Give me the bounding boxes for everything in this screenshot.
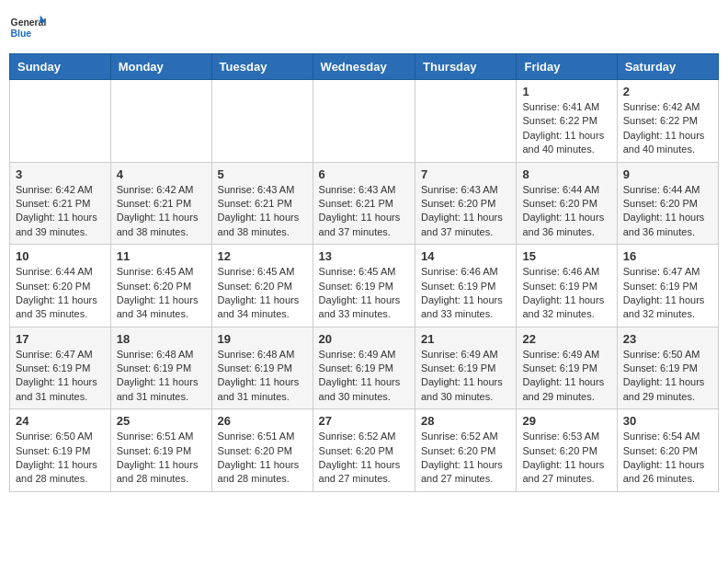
calendar-cell xyxy=(313,80,415,163)
calendar-cell: 21Sunrise: 6:49 AM Sunset: 6:19 PM Dayli… xyxy=(415,327,517,409)
calendar-cell: 23Sunrise: 6:50 AM Sunset: 6:19 PM Dayli… xyxy=(617,327,718,409)
calendar-cell: 4Sunrise: 6:42 AM Sunset: 6:21 PM Daylig… xyxy=(110,162,211,245)
calendar-cell: 6Sunrise: 6:43 AM Sunset: 6:21 PM Daylig… xyxy=(313,162,415,245)
day-number: 19 xyxy=(218,332,307,346)
calendar-cell: 24Sunrise: 6:50 AM Sunset: 6:19 PM Dayli… xyxy=(10,409,111,492)
calendar-cell: 3Sunrise: 6:42 AM Sunset: 6:21 PM Daylig… xyxy=(10,162,111,245)
day-info: Sunrise: 6:53 AM Sunset: 6:20 PM Dayligh… xyxy=(522,430,610,487)
day-number: 1 xyxy=(522,85,610,98)
calendar-cell xyxy=(10,80,111,163)
calendar-cell: 14Sunrise: 6:46 AM Sunset: 6:19 PM Dayli… xyxy=(415,245,517,327)
day-info: Sunrise: 6:52 AM Sunset: 6:20 PM Dayligh… xyxy=(421,430,510,487)
header: General Blue xyxy=(9,9,719,46)
day-number: 20 xyxy=(319,332,409,346)
day-info: Sunrise: 6:45 AM Sunset: 6:19 PM Dayligh… xyxy=(319,265,409,322)
calendar-cell: 5Sunrise: 6:43 AM Sunset: 6:21 PM Daylig… xyxy=(211,162,313,245)
weekday-header-monday: Monday xyxy=(110,54,211,80)
day-number: 12 xyxy=(218,249,307,263)
day-info: Sunrise: 6:48 AM Sunset: 6:19 PM Dayligh… xyxy=(117,348,206,405)
day-number: 27 xyxy=(319,414,409,428)
weekday-header-thursday: Thursday xyxy=(415,54,517,80)
day-number: 28 xyxy=(421,414,510,428)
calendar-cell: 11Sunrise: 6:45 AM Sunset: 6:20 PM Dayli… xyxy=(110,245,211,327)
svg-text:Blue: Blue xyxy=(11,29,32,39)
day-info: Sunrise: 6:42 AM Sunset: 6:21 PM Dayligh… xyxy=(16,183,105,240)
day-number: 5 xyxy=(218,167,307,181)
calendar-cell: 17Sunrise: 6:47 AM Sunset: 6:19 PM Dayli… xyxy=(10,327,111,409)
day-info: Sunrise: 6:44 AM Sunset: 6:20 PM Dayligh… xyxy=(623,183,712,240)
day-info: Sunrise: 6:48 AM Sunset: 6:19 PM Dayligh… xyxy=(218,348,307,405)
weekday-header-saturday: Saturday xyxy=(617,54,718,80)
day-info: Sunrise: 6:51 AM Sunset: 6:20 PM Dayligh… xyxy=(218,430,307,487)
calendar-cell: 30Sunrise: 6:54 AM Sunset: 6:20 PM Dayli… xyxy=(617,409,718,492)
day-number: 8 xyxy=(522,167,610,181)
day-number: 2 xyxy=(623,85,712,98)
day-info: Sunrise: 6:47 AM Sunset: 6:19 PM Dayligh… xyxy=(623,265,712,322)
day-number: 6 xyxy=(319,167,409,181)
calendar-cell: 28Sunrise: 6:52 AM Sunset: 6:20 PM Dayli… xyxy=(415,409,517,492)
calendar-cell: 15Sunrise: 6:46 AM Sunset: 6:19 PM Dayli… xyxy=(517,245,617,327)
weekday-header-sunday: Sunday xyxy=(10,54,111,80)
calendar-cell: 22Sunrise: 6:49 AM Sunset: 6:19 PM Dayli… xyxy=(517,327,617,409)
day-number: 25 xyxy=(117,414,206,428)
weekday-header-friday: Friday xyxy=(517,54,617,80)
week-row-4: 24Sunrise: 6:50 AM Sunset: 6:19 PM Dayli… xyxy=(10,409,719,492)
calendar-cell: 7Sunrise: 6:43 AM Sunset: 6:20 PM Daylig… xyxy=(415,162,517,245)
day-info: Sunrise: 6:45 AM Sunset: 6:20 PM Dayligh… xyxy=(218,265,307,322)
calendar-cell: 27Sunrise: 6:52 AM Sunset: 6:20 PM Dayli… xyxy=(313,409,415,492)
calendar-cell: 13Sunrise: 6:45 AM Sunset: 6:19 PM Dayli… xyxy=(313,245,415,327)
day-info: Sunrise: 6:46 AM Sunset: 6:19 PM Dayligh… xyxy=(421,265,510,322)
day-number: 11 xyxy=(117,249,206,263)
day-number: 24 xyxy=(16,414,105,428)
calendar-cell xyxy=(415,80,517,163)
calendar-cell: 9Sunrise: 6:44 AM Sunset: 6:20 PM Daylig… xyxy=(617,162,718,245)
calendar-cell: 12Sunrise: 6:45 AM Sunset: 6:20 PM Dayli… xyxy=(211,245,313,327)
day-number: 4 xyxy=(117,167,206,181)
day-number: 3 xyxy=(16,167,105,181)
day-number: 29 xyxy=(522,414,610,428)
week-row-3: 17Sunrise: 6:47 AM Sunset: 6:19 PM Dayli… xyxy=(10,327,719,409)
day-info: Sunrise: 6:49 AM Sunset: 6:19 PM Dayligh… xyxy=(522,348,610,405)
weekday-header-tuesday: Tuesday xyxy=(211,54,313,80)
calendar-cell: 20Sunrise: 6:49 AM Sunset: 6:19 PM Dayli… xyxy=(313,327,415,409)
day-info: Sunrise: 6:46 AM Sunset: 6:19 PM Dayligh… xyxy=(522,265,610,322)
day-number: 7 xyxy=(421,167,510,181)
calendar-cell: 10Sunrise: 6:44 AM Sunset: 6:20 PM Dayli… xyxy=(10,245,111,327)
calendar-cell: 8Sunrise: 6:44 AM Sunset: 6:20 PM Daylig… xyxy=(517,162,617,245)
calendar-cell xyxy=(110,80,211,163)
week-row-1: 3Sunrise: 6:42 AM Sunset: 6:21 PM Daylig… xyxy=(10,162,719,245)
day-info: Sunrise: 6:49 AM Sunset: 6:19 PM Dayligh… xyxy=(421,348,510,405)
calendar-cell: 16Sunrise: 6:47 AM Sunset: 6:19 PM Dayli… xyxy=(617,245,718,327)
day-info: Sunrise: 6:43 AM Sunset: 6:20 PM Dayligh… xyxy=(421,183,510,240)
weekday-header-wednesday: Wednesday xyxy=(313,54,415,80)
day-info: Sunrise: 6:45 AM Sunset: 6:20 PM Dayligh… xyxy=(117,265,206,322)
day-info: Sunrise: 6:52 AM Sunset: 6:20 PM Dayligh… xyxy=(319,430,409,487)
day-number: 10 xyxy=(16,249,105,263)
calendar-cell: 19Sunrise: 6:48 AM Sunset: 6:19 PM Dayli… xyxy=(211,327,313,409)
day-number: 16 xyxy=(623,249,712,263)
week-row-2: 10Sunrise: 6:44 AM Sunset: 6:20 PM Dayli… xyxy=(10,245,719,327)
weekday-header-row: SundayMondayTuesdayWednesdayThursdayFrid… xyxy=(10,54,719,80)
day-number: 26 xyxy=(218,414,307,428)
day-number: 22 xyxy=(522,332,610,346)
day-number: 23 xyxy=(623,332,712,346)
day-info: Sunrise: 6:43 AM Sunset: 6:21 PM Dayligh… xyxy=(319,183,409,240)
day-number: 15 xyxy=(522,249,610,263)
day-info: Sunrise: 6:47 AM Sunset: 6:19 PM Dayligh… xyxy=(16,348,105,405)
calendar-cell: 1Sunrise: 6:41 AM Sunset: 6:22 PM Daylig… xyxy=(517,80,617,163)
calendar-cell: 25Sunrise: 6:51 AM Sunset: 6:19 PM Dayli… xyxy=(110,409,211,492)
logo-icon: General Blue xyxy=(9,9,46,46)
day-number: 17 xyxy=(16,332,105,346)
day-info: Sunrise: 6:49 AM Sunset: 6:19 PM Dayligh… xyxy=(319,348,409,405)
day-info: Sunrise: 6:44 AM Sunset: 6:20 PM Dayligh… xyxy=(522,183,610,240)
calendar-cell: 2Sunrise: 6:42 AM Sunset: 6:22 PM Daylig… xyxy=(617,80,718,163)
day-info: Sunrise: 6:54 AM Sunset: 6:20 PM Dayligh… xyxy=(623,430,712,487)
day-info: Sunrise: 6:50 AM Sunset: 6:19 PM Dayligh… xyxy=(16,430,105,487)
day-number: 13 xyxy=(319,249,409,263)
calendar-cell: 26Sunrise: 6:51 AM Sunset: 6:20 PM Dayli… xyxy=(211,409,313,492)
day-info: Sunrise: 6:43 AM Sunset: 6:21 PM Dayligh… xyxy=(218,183,307,240)
logo: General Blue xyxy=(9,9,46,46)
week-row-0: 1Sunrise: 6:41 AM Sunset: 6:22 PM Daylig… xyxy=(10,80,719,163)
day-number: 21 xyxy=(421,332,510,346)
day-info: Sunrise: 6:41 AM Sunset: 6:22 PM Dayligh… xyxy=(522,100,610,157)
